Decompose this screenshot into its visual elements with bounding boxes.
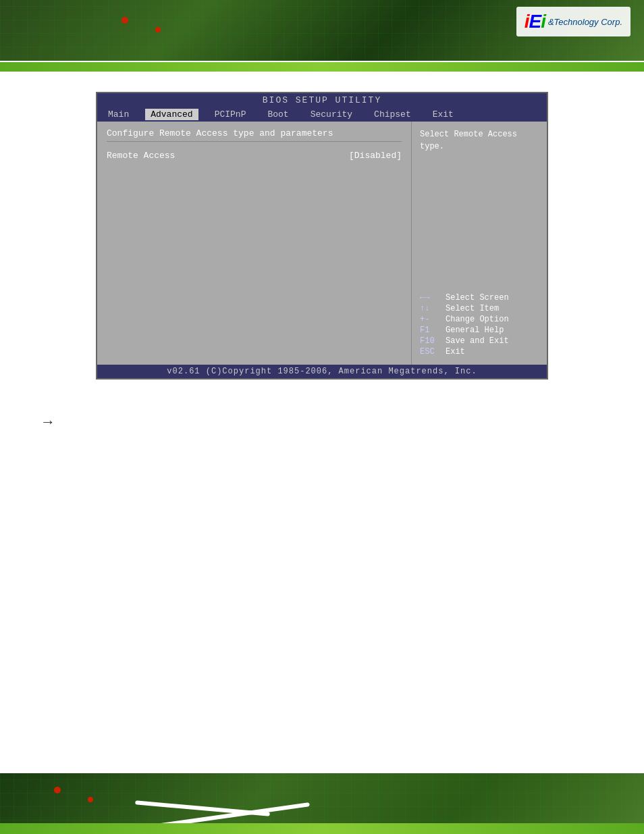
bios-titlebar: BIOS SETUP UTILITY [97,93,547,107]
remote-access-label: Remote Access [107,151,175,161]
shortcut-key-esc: ESC [420,347,439,357]
shortcut-row-6: ESC Exit [420,347,539,357]
bottom-banner [0,773,644,834]
circuit-dot-bottom-2 [88,797,93,802]
shortcut-key-f1: F1 [420,325,439,335]
bios-title: BIOS SETUP UTILITY [263,95,381,105]
menu-pciPnp[interactable]: PCIPnP [209,109,252,120]
shortcut-desc-save: Save and Exit [446,336,509,346]
shortcut-desc-item: Select Item [446,304,499,313]
brand-logo: iEi &Technology Corp. [516,7,630,36]
shortcut-row-5: F10 Save and Exit [420,336,539,346]
shortcut-desc-help: General Help [446,325,504,335]
top-banner: iEi &Technology Corp. [0,0,644,61]
arrow-section: → [0,400,644,444]
shortcut-row-4: F1 General Help [420,325,539,335]
bios-section-title: Configure Remote Access type and paramet… [107,128,402,142]
bios-footer-text: v02.61 (C)Copyright 1985-2006, American … [167,367,477,376]
bios-help-text: Select Remote Access type. [420,128,539,153]
bios-right-panel: Select Remote Access type. ←→ Select Scr… [412,122,547,365]
circuit-dot [122,17,128,24]
shortcut-row-1: ←→ Select Screen [420,293,539,303]
shortcut-desc-option: Change Option [446,315,509,324]
menu-boot[interactable]: Boot [262,109,294,120]
top-green-stripe [0,62,644,72]
circuit-dot [155,27,161,32]
bios-body: Configure Remote Access type and paramet… [97,122,547,365]
bios-menubar: Main Advanced PCIPnP Boot Security Chips… [97,107,547,122]
menu-main[interactable]: Main [103,109,134,120]
shortcut-row-3: +- Change Option [420,315,539,324]
arrow-right-icon: → [41,413,55,431]
bios-left-panel: Configure Remote Access type and paramet… [97,122,412,365]
menu-exit[interactable]: Exit [427,109,459,120]
menu-advanced[interactable]: Advanced [145,109,198,120]
shortcut-key-f10: F10 [420,336,439,346]
circuit-dot-bottom [54,787,61,793]
shortcut-desc-exit: Exit [446,347,465,357]
menu-security[interactable]: Security [305,109,358,120]
logo-tagline: &Technology Corp. [548,17,622,27]
cable-decoration-2 [135,800,270,816]
bottom-green-stripe [0,823,644,834]
bios-shortcuts: ←→ Select Screen ↑↓ Select Item +- Chang… [420,293,539,358]
shortcut-desc-screen: Select Screen [446,293,509,303]
remote-access-value: [Disabled] [349,151,402,161]
shortcut-row-2: ↑↓ Select Item [420,304,539,313]
remote-access-row[interactable]: Remote Access [Disabled] [107,149,402,163]
shortcut-key-arrows: ←→ [420,293,439,303]
menu-chipset[interactable]: Chipset [369,109,417,120]
bios-screen: BIOS SETUP UTILITY Main Advanced PCIPnP … [96,92,548,380]
main-content: BIOS SETUP UTILITY Main Advanced PCIPnP … [0,72,644,400]
logo-text: iEi [525,11,545,32]
shortcut-key-updown: ↑↓ [420,304,439,313]
bios-footer: v02.61 (C)Copyright 1985-2006, American … [97,365,547,378]
shortcut-key-plus: +- [420,315,439,324]
